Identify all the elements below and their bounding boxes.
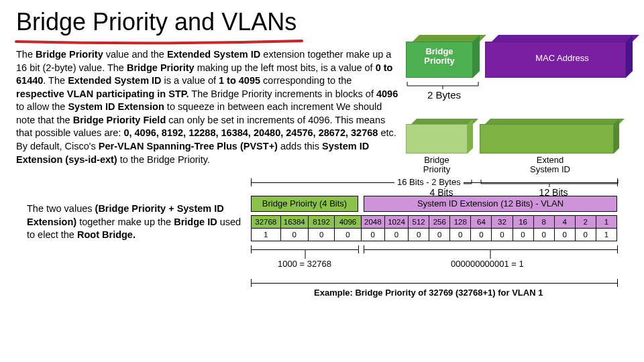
eq-right: 000000000001 = 1: [448, 259, 527, 269]
bp-block-label: Bridge Priority: [410, 47, 469, 66]
title-underline: [15, 39, 303, 43]
small-ext-label: Extend System ID: [513, 156, 587, 175]
hdr-left: Bridge Prioirty (4 Bits): [251, 196, 358, 212]
two-bytes-brace: [406, 80, 480, 90]
top-right-diagram: Bridge Priority MAC Address 2 Bytes Brid…: [406, 21, 634, 166]
dim-top-label: 16 Bits - 2 Bytes: [394, 177, 464, 187]
small-bp-label: Bridge Priority: [409, 156, 465, 175]
paragraph-1: The Bridge Priority value and the Extend…: [0, 48, 406, 166]
title-text: Bridge Priority and VLANs: [16, 8, 297, 36]
bit-diagram: 16 Bits - 2 Bytes Bridge Prioirty (4 Bit…: [248, 178, 624, 312]
example-label: Example: Bridge Priority of 32769 (32768…: [314, 288, 543, 298]
value-row: 32768 16384 8192 4096 2048 1024 512 256 …: [252, 216, 617, 229]
paragraph-2: The two values (Bridge Priority + System…: [0, 202, 248, 242]
eq-left: 1000 = 32768: [275, 259, 334, 269]
mac-block-label: MAC Address: [519, 54, 606, 63]
two-bytes-label: 2 Bytes: [421, 90, 468, 101]
bits-row: 1 0 0 0 0 0 0 0 0 0 0 0 0 0 0 1: [252, 229, 617, 241]
bit-table: 32768 16384 8192 4096 2048 1024 512 256 …: [251, 215, 617, 241]
hdr-right: System ID Extension (12 Bits) - VLAN: [364, 196, 617, 212]
